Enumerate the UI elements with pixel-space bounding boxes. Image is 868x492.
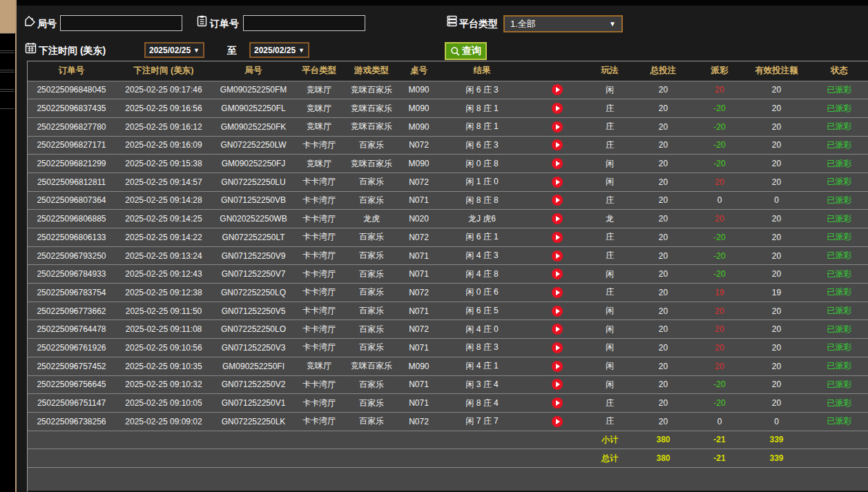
game-no-cell: GN071252250V1 [212,394,295,413]
payout-cell: 20 [695,320,744,339]
order-no-cell: 250225096773662 [28,302,115,320]
payout-cell: 0 [695,412,744,431]
total-bet-cell: 20 [631,302,695,320]
clipboard-icon [196,15,208,27]
table-row: 2502250968374352025-02-25 09:16:56GM0902… [28,99,868,118]
valid-bet-cell: 20 [744,117,809,136]
sidebar-slot-1[interactable] [0,33,15,51]
replay-cell [526,136,588,155]
empty-cell [28,467,868,491]
total-bet-cell: 20 [631,136,695,155]
valid-bet-cell: 20 [744,136,809,155]
bet-time-cell: 2025-02-25 09:10:32 [115,375,212,394]
valid-bet-cell: 20 [744,228,809,247]
table-no-cell: M090 [400,81,438,99]
bet-time-cell: 2025-02-25 09:17:46 [115,81,212,99]
replay-play-icon[interactable] [552,250,563,262]
game-type-cell: 百家乐 [343,394,400,413]
table-no-cell: N071 [400,191,438,210]
platform-cell: 卡卡湾厅 [295,191,343,210]
replay-play-icon[interactable] [552,213,563,224]
order-no-input[interactable] [243,15,365,31]
replay-play-icon[interactable] [552,361,563,372]
replay-play-icon[interactable] [552,103,563,114]
replay-play-icon[interactable] [552,416,563,427]
status-cell: 已派彩 [809,228,868,247]
table-no-cell: N072 [400,228,438,247]
play-type-cell: 庄 [588,412,631,431]
play-type-cell: 闲 [588,265,631,284]
table-row: 2502250968061332025-02-25 09:14:22GN0722… [28,228,868,247]
status-cell: 已派彩 [809,246,868,265]
game-type-cell: 百家乐 [343,320,400,339]
replay-play-icon[interactable] [552,195,563,206]
bet-time-label: 下注时间 (美东) [39,42,106,59]
replay-play-icon[interactable] [552,379,563,390]
replay-play-icon[interactable] [552,177,563,188]
play-type-cell: 闲 [588,339,631,357]
replay-cell [526,191,588,210]
table-row: 2502250967932502025-02-25 09:13:24GN0712… [28,246,868,265]
payout-cell: -20 [695,155,744,173]
result-cell: 闲 6 庄 5 [438,302,526,320]
table-row: 2502250968212992025-02-25 09:15:38GM0902… [28,155,868,173]
game-no-cell: GN072252250LT [212,228,295,247]
replay-play-icon[interactable] [552,139,563,150]
sidebar-slot-2[interactable] [0,52,15,70]
status-cell: 已派彩 [809,394,868,413]
replay-play-icon[interactable] [552,268,563,279]
status-cell: 已派彩 [809,375,868,394]
main-panel: 局号 订单号 平台类型 1.全部 ▼ 下注时间 (美东) 2025/02/25 [17,0,868,492]
status-cell: 已派彩 [809,339,868,357]
summary-value [438,431,526,449]
order-no-cell: 250225096793250 [28,246,115,265]
platform-cell: 卡卡湾厅 [295,210,343,228]
column-header-6: 结果 [438,61,526,81]
payout-cell: -20 [695,246,744,265]
replay-play-icon[interactable] [552,342,563,353]
column-header-8: 玩法 [588,61,631,81]
valid-bet-cell: 20 [744,99,809,118]
replay-play-icon[interactable] [552,121,563,132]
play-type-cell: 闲 [588,302,631,320]
sidebar-slot-4[interactable] [0,91,15,109]
table-row: 2502250968480452025-02-25 09:17:46GM0902… [28,81,868,99]
platform-cell: 卡卡湾厅 [295,173,343,191]
replay-play-icon[interactable] [552,232,563,243]
query-button[interactable]: 查询 [445,42,487,60]
result-cell: 闲 1 庄 0 [438,173,526,191]
date-from-picker[interactable]: 2025/02/25 ▼ [144,42,204,58]
game-no-input[interactable] [60,15,182,31]
replay-cell [526,155,588,173]
total-bet-cell: 20 [631,357,695,375]
column-header-1: 下注时间 (美东) [115,61,212,81]
replay-play-icon[interactable] [552,287,563,298]
order-no-cell: 250225096761926 [28,339,115,357]
bet-time-cell: 2025-02-25 09:09:02 [115,412,212,431]
bet-time-cell: 2025-02-25 09:15:38 [115,155,212,173]
replay-cell [526,302,588,320]
platform-type-icon [446,15,458,27]
replay-play-icon[interactable] [552,306,563,317]
summary-value [115,431,212,449]
replay-play-icon[interactable] [552,397,563,409]
sidebar-collapse-tab[interactable] [0,0,15,33]
replay-play-icon[interactable] [552,84,563,95]
platform-type-select[interactable]: 1.全部 ▼ [503,15,623,32]
replay-play-icon[interactable] [552,158,563,169]
date-to-picker[interactable]: 2025/02/25 ▼ [249,42,309,58]
game-type-cell: 竞咪百家乐 [343,117,400,136]
result-cell: 闲 7 庄 7 [438,412,526,431]
bet-time-cell: 2025-02-25 09:12:43 [115,265,212,284]
date-from-value: 2025/02/25 [149,46,191,55]
replay-cell [526,412,588,431]
table-no-cell: M090 [400,155,438,173]
order-no-cell: 250225096848045 [28,81,115,99]
total-bet-cell: 20 [631,412,695,431]
replay-play-icon[interactable] [552,324,563,335]
replay-cell [526,117,588,136]
order-no-cell: 250225096764478 [28,320,115,339]
sidebar-slot-3[interactable] [0,72,15,90]
total-bet-cell: 20 [631,210,695,228]
table-row: 2502250968073642025-02-25 09:14:28GN0712… [28,191,868,210]
